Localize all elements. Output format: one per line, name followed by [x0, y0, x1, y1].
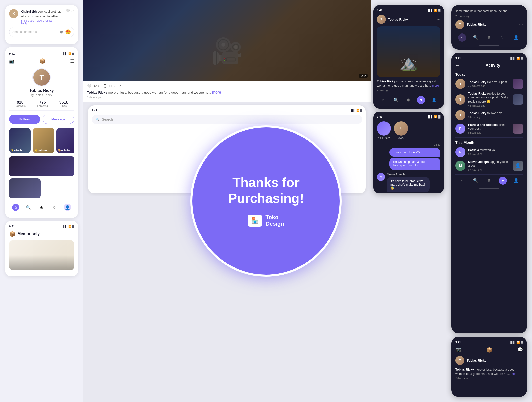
- comment-action-icon[interactable]: 💬: [103, 84, 107, 88]
- activity-item-3[interactable]: T Tobias Ricky followed you 3 hours ago: [455, 110, 523, 120]
- bottom-post-user-row: T Tobias Ricky: [455, 356, 523, 365]
- follow-button[interactable]: Follow: [9, 115, 40, 124]
- view-replies-link[interactable]: View 2 replies: [37, 19, 52, 22]
- menu-icon[interactable]: ☰: [70, 58, 74, 64]
- likes-label: Likes: [59, 105, 69, 107]
- top-more-icon[interactable]: ···: [519, 22, 523, 27]
- act-nav-profile[interactable]: 👤: [512, 177, 520, 185]
- chat-messages: 14:20 ...watching Tobias?? I'm watching …: [377, 143, 440, 173]
- your-story[interactable]: +: [377, 121, 391, 136]
- nav-search-icon[interactable]: 🔍: [25, 204, 32, 211]
- overlay-title: Thanks forPurchasing!: [228, 175, 304, 206]
- profile-handle: @Tobias_Ricky: [9, 93, 74, 97]
- comment-input[interactable]: Send a comments: [12, 30, 58, 34]
- dark-post-username: Tobias Ricky: [388, 18, 408, 21]
- story-hobbies[interactable]: 🎨 Hobbies: [56, 128, 74, 153]
- back-button[interactable]: ←: [455, 63, 460, 68]
- post-actions: 🤍 328 💬 116 ↗: [87, 84, 367, 88]
- dark-nav-search[interactable]: 🔍: [392, 96, 400, 104]
- photo-2[interactable]: [9, 178, 41, 198]
- more-options-icon[interactable]: ···: [437, 17, 440, 22]
- activity-title: Activity: [463, 63, 523, 68]
- camera-icon[interactable]: 📷: [9, 58, 15, 64]
- silhouette-icon: 🎥: [211, 36, 243, 66]
- dark-nav-heart[interactable]: ♥: [417, 96, 425, 104]
- activity-info-1: Tobias Ricky liked your post 36 minutes …: [468, 80, 510, 88]
- act-nav-home[interactable]: ⌂: [458, 177, 466, 185]
- search-bar[interactable]: 🔍 Search: [92, 115, 362, 124]
- photo-1[interactable]: [9, 156, 74, 176]
- profile-actions: Follow Message: [9, 115, 74, 124]
- activity-item-1[interactable]: T Tobias Ricky liked your post 36 minute…: [455, 79, 523, 89]
- story-edwa[interactable]: E: [394, 121, 408, 136]
- top-phone-nav: ⌂ 🔍 ⊕ ♡ 👤: [455, 31, 523, 43]
- purchase-overlay: Thanks forPurchasing! 🏪 TokoDesign: [190, 125, 342, 277]
- nav-home-icon[interactable]: ⌂: [12, 204, 19, 211]
- emoji-icon[interactable]: 😍: [65, 29, 71, 35]
- heart-count[interactable]: 🤍 32: [66, 9, 74, 13]
- share-group[interactable]: ↗: [119, 84, 122, 88]
- chat-bubble-1: ...watching Tobias??: [389, 148, 440, 157]
- post-username: Tobias Ricky: [87, 91, 107, 94]
- tobias-avatar-top: T: [455, 20, 464, 29]
- month-avatar-2: M: [455, 161, 466, 171]
- month-avatar-1: P: [455, 147, 466, 157]
- post-more-link[interactable]: more: [212, 90, 221, 94]
- month-info-1: Patricia followed you 08 Nov 2021: [468, 148, 523, 156]
- status-icons: ▐▌▌ 🛜 ▓: [62, 52, 74, 55]
- comments-value: 116: [109, 84, 114, 88]
- activity-thumb-1: [513, 79, 523, 89]
- brand-logo-icon: 📦: [39, 58, 46, 64]
- nav-add-icon[interactable]: ⊕: [38, 204, 45, 211]
- profile-stats: 920 Followers 775 Following 3510 Likes: [9, 100, 74, 111]
- bottom-nav: ⌂ 🔍 ⊕ ♡ 👤: [9, 202, 74, 212]
- this-month-title: This Month: [455, 141, 523, 145]
- dark-post-avatar: T: [377, 15, 386, 24]
- heart-action-icon[interactable]: 🤍: [87, 84, 91, 88]
- post-text: more or less, because a good woman for a…: [108, 91, 212, 94]
- bottom-chat-icon[interactable]: 💬: [517, 347, 523, 353]
- profile-top-bar: 📷 📦 ☰: [9, 58, 74, 64]
- dark-nav-profile[interactable]: 👤: [430, 96, 438, 104]
- month-text-1: Patricia followed you: [468, 148, 523, 152]
- story-friends[interactable]: ✨ Friends: [9, 128, 31, 153]
- activity-item-4[interactable]: P Patricia and Rebecca liked your post 9…: [455, 123, 523, 134]
- signal-icon: ▐▌▌: [62, 52, 67, 55]
- share-icon[interactable]: ↗: [119, 84, 122, 88]
- dark-post-image: 🏔️: [377, 26, 440, 77]
- nav-profile-icon[interactable]: 👤: [64, 204, 71, 211]
- message-button[interactable]: Message: [43, 115, 74, 124]
- act-nav-heart[interactable]: ♥: [499, 177, 507, 185]
- likes-group[interactable]: 🤍 328: [87, 84, 99, 88]
- profile-name: Tobias Ricky: [9, 88, 74, 93]
- comment-input-area[interactable]: Send a comments ⊕ 😍: [9, 27, 74, 37]
- phone-activity-card: 9:41 ▐▌▌🛜▓ ← Activity Today T Tobias Ric…: [451, 53, 527, 333]
- act-nav-add[interactable]: ⊕: [485, 177, 493, 185]
- nav-heart-icon[interactable]: ♡: [51, 204, 58, 211]
- dark-nav-home[interactable]: ⌂: [379, 96, 387, 104]
- dark-post-more-link[interactable]: more: [432, 84, 439, 87]
- month-item-2[interactable]: M Melvin Joseph tagged you in a post 02 …: [455, 160, 523, 171]
- top-partial-time: 20 hours ago: [455, 15, 523, 18]
- top-nav-heart[interactable]: ♡: [499, 34, 507, 42]
- activity-item-2[interactable]: T Tobias Ricky replied to your comment o…: [455, 92, 523, 107]
- act-nav-search[interactable]: 🔍: [472, 177, 480, 185]
- search-input[interactable]: Search: [102, 117, 113, 121]
- comments-group[interactable]: 💬 116: [103, 84, 114, 88]
- top-nav-search[interactable]: 🔍: [472, 34, 480, 42]
- reply-link[interactable]: Reply: [21, 22, 27, 25]
- top-nav-add[interactable]: ⊕: [485, 34, 493, 42]
- add-icon[interactable]: ⊕: [60, 30, 63, 35]
- activity-info-3: Tobias Ricky followed you 3 hours ago: [468, 111, 523, 119]
- bottom-more-link[interactable]: more: [511, 372, 517, 376]
- bottom-camera-icon[interactable]: 📷: [455, 347, 461, 353]
- story-holidays[interactable]: 🌟 Holidays: [33, 128, 54, 153]
- melvin-name: Melvin Joseph: [387, 173, 440, 176]
- dark-nav-add[interactable]: ⊕: [405, 96, 413, 104]
- month-item-1[interactable]: P Patricia followed you 08 Nov 2021: [455, 147, 523, 157]
- top-nav-home[interactable]: ⌂: [458, 34, 466, 42]
- top-nav-profile[interactable]: 👤: [512, 34, 520, 42]
- likes-stat: 3510 Likes: [59, 100, 69, 107]
- activity-text-3: Tobias Ricky followed you: [468, 111, 523, 115]
- comment-meta: 8 hours ago View 2 replies Reply: [21, 19, 63, 25]
